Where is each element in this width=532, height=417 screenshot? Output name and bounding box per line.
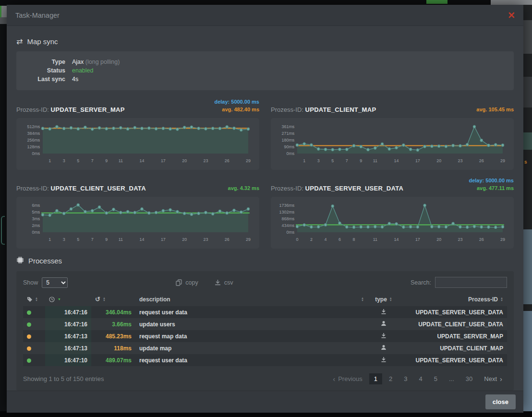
description-cell: update map <box>135 342 368 354</box>
svg-text:2: 2 <box>310 237 313 242</box>
svg-text:11: 11 <box>119 237 123 242</box>
previous-page-button[interactable]: ‹Previous <box>328 373 367 385</box>
svg-text:3: 3 <box>63 237 65 242</box>
svg-text:20: 20 <box>436 158 441 163</box>
status-value: enabled <box>72 66 94 75</box>
prozess-id-cell: UPDATE_CLIENT_MAP <box>399 342 507 354</box>
csv-button[interactable]: csv <box>215 279 233 286</box>
column-header-type[interactable]: type ▲▼ <box>368 294 399 306</box>
svg-text:23: 23 <box>458 158 462 163</box>
svg-text:29: 29 <box>500 237 505 242</box>
tag-icon <box>27 297 33 302</box>
background-fragment <box>523 229 532 304</box>
copy-button-label: copy <box>185 279 198 286</box>
server-download-icon <box>381 357 387 362</box>
type-value: Ajax (long polling) <box>72 58 120 66</box>
server-download-icon <box>381 333 387 338</box>
chart-avg-label: avg. 477.11 ms <box>469 184 514 192</box>
svg-text:14: 14 <box>140 237 145 242</box>
search-label: Search: <box>411 279 431 286</box>
chart-process-name: UPDATE_SERVER_MAP <box>51 106 125 113</box>
chart-header: Prozess-ID: UPDATE_SERVER_USER_DATAdelay… <box>271 175 514 192</box>
type-cell <box>368 342 399 354</box>
background-fragment <box>523 311 532 411</box>
page-button-30[interactable]: 30 <box>461 373 477 384</box>
table-row[interactable]: 16:47:13485.23msrequest map dataUPDATE_S… <box>23 330 507 342</box>
time-cell: 16:47:16 <box>45 306 91 318</box>
column-header-status[interactable]: ▲▼ <box>23 294 45 306</box>
status-cell <box>23 354 45 366</box>
sort-icon: ▲▼ <box>103 297 106 302</box>
prozess-id-column-label: Prozess-ID <box>468 296 498 303</box>
search-input[interactable] <box>435 277 507 288</box>
column-header-description[interactable]: description ▲▼ <box>135 294 368 306</box>
duration-cell: 485.23ms <box>91 330 135 342</box>
svg-text:512ms: 512ms <box>27 124 40 129</box>
prozess-id-cell: UPDATE_CLIENT_USER_DATA <box>399 318 507 330</box>
page-button-2[interactable]: 2 <box>384 373 397 384</box>
page-size-select[interactable]: 5 <box>42 277 68 288</box>
background-right-strip: s <box>523 5 532 411</box>
pagination: ‹Previous12345...30Next› <box>328 373 507 385</box>
page-button-3[interactable]: 3 <box>399 373 412 384</box>
table-row[interactable]: 16:47:16346.04msrequest user dataUPDATE_… <box>23 306 507 318</box>
chevron-left-icon: ‹ <box>333 375 335 383</box>
prozess-id-prefix: Prozess-ID: <box>16 106 51 113</box>
table-footer: Showing 1 to 5 of 150 entries ‹Previous1… <box>23 373 507 385</box>
svg-text:9: 9 <box>360 158 362 163</box>
chart-process-name: UPDATE_CLIENT_USER_DATA <box>51 185 146 192</box>
prozess-id-prefix: Prozess-ID: <box>271 106 305 113</box>
column-header-time[interactable]: ▼ <box>45 294 91 306</box>
chevron-right-icon: › <box>500 375 502 383</box>
chart-panel: 0ms128ms256ms384ms512ms13579111417202326… <box>16 118 259 170</box>
svg-text:29: 29 <box>500 158 505 163</box>
processes-heading-label: Processes <box>28 257 62 265</box>
svg-text:9: 9 <box>105 237 108 242</box>
svg-text:26: 26 <box>225 237 230 242</box>
column-header-duration[interactable]: ↺ ▲▼ <box>91 294 135 306</box>
svg-text:7: 7 <box>346 158 348 163</box>
close-button[interactable]: close <box>485 394 516 409</box>
dialog-footer: close <box>7 391 523 413</box>
last-sync-value: 4s <box>72 75 78 83</box>
table-row[interactable]: 16:47:10489.07msrequest user dataUPDATE_… <box>23 354 507 366</box>
map-sync-status-row: Status enabled <box>24 66 506 75</box>
page-button-5[interactable]: 5 <box>429 373 442 384</box>
chart-stats: delay: 5000.00 msavg. 477.11 ms <box>469 177 514 192</box>
svg-text:2ms: 2ms <box>32 223 40 228</box>
map-sync-heading-label: Map sync <box>27 37 58 46</box>
svg-text:6: 6 <box>339 237 341 242</box>
svg-text:5: 5 <box>331 158 334 163</box>
svg-text:256ms: 256ms <box>27 138 40 143</box>
column-header-prozess-id[interactable]: Prozess-ID ▲▼ <box>399 294 507 306</box>
duration-cell: 346.04ms <box>91 306 135 318</box>
sort-icon: ▲▼ <box>500 297 503 302</box>
chart-block: Prozess-ID: UPDATE_CLIENT_USER_DATAavg. … <box>16 170 259 249</box>
chart-block: Prozess-ID: UPDATE_SERVER_MAPdelay: 5000… <box>16 91 259 170</box>
background-left-strip <box>0 5 7 411</box>
search-group: Search: <box>411 277 507 288</box>
svg-text:3: 3 <box>63 158 65 163</box>
table-row[interactable]: 16:47:163.66msupdate usersUPDATE_CLIENT_… <box>23 318 507 330</box>
svg-text:361ms: 361ms <box>282 124 295 129</box>
svg-text:20: 20 <box>182 158 187 163</box>
description-cell: request user data <box>135 306 368 318</box>
prozess-id-cell: UPDATE_SERVER_MAP <box>399 330 507 342</box>
next-page-button[interactable]: Next› <box>479 373 507 385</box>
close-icon[interactable] <box>508 12 515 18</box>
page-button-1[interactable]: 1 <box>369 373 382 384</box>
status-dot <box>27 346 31 351</box>
sort-desc-icon: ▼ <box>58 298 61 301</box>
last-sync-label: Last sync <box>24 75 72 83</box>
background-top-bar <box>0 0 532 5</box>
table-row[interactable]: 16:47:13118msupdate mapUPDATE_CLIENT_MAP <box>23 342 507 354</box>
chart-stats: avg. 4.32 ms <box>228 184 259 192</box>
dialog-header: Task-Manager <box>7 5 523 26</box>
copy-button[interactable]: copy <box>176 279 198 286</box>
prozess-id-prefix: Prozess-ID: <box>16 185 51 192</box>
chart-stats: avg. 105.45 ms <box>476 106 514 113</box>
csv-button-label: csv <box>224 279 233 286</box>
description-column-label: description <box>139 296 170 303</box>
page-button-4[interactable]: 4 <box>414 373 427 384</box>
background-fragment <box>0 6 7 17</box>
